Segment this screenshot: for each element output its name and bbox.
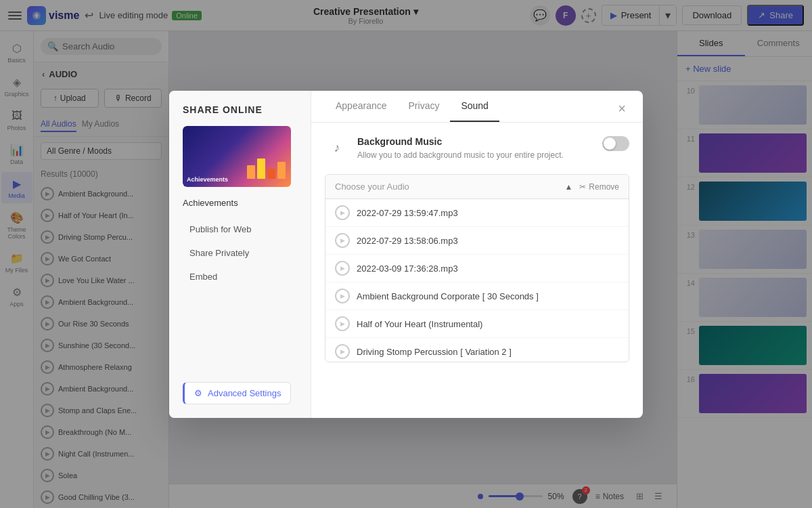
modal-nav-share-privately[interactable]: Share Privately (183, 242, 297, 263)
bg-music-desc: Allow you to add background music to you… (357, 150, 594, 161)
remove-button[interactable]: ✂ Remove (579, 182, 619, 192)
modal-content: ♪ Background Music Allow you to add back… (311, 123, 643, 418)
option-name: Half of Your Heart (Instrumental) (357, 319, 482, 329)
music-note-icon: ♪ (325, 136, 349, 161)
audio-option-item[interactable]: ▶ 2022-07-29 13:59:47.mp3 (325, 199, 629, 227)
option-name: 2022-03-09 17:36:28.mp3 (357, 263, 458, 274)
toggle-knob (604, 137, 616, 150)
option-play-icon[interactable]: ▶ (335, 261, 350, 276)
tab-privacy[interactable]: Privacy (398, 91, 451, 122)
dropdown-icons: ▲ ✂ Remove (564, 182, 619, 192)
background-music-row: ♪ Background Music Allow you to add back… (325, 136, 629, 161)
modal-inner: SHARE ONLINE Achievements Achievements (169, 91, 643, 418)
preview-bars (247, 158, 286, 179)
option-play-icon[interactable]: ▶ (335, 233, 350, 248)
tab-appearance[interactable]: Appearance (325, 91, 398, 122)
close-modal-button[interactable]: × (612, 99, 632, 119)
modal-nav: Publish for Web Share Privately Embed (183, 219, 297, 287)
audio-dropdown: Choose your Audio ▲ ✂ Remove ▶ 2022-07-2… (325, 174, 629, 362)
advanced-settings-button[interactable]: ⚙ Advanced Settings (183, 382, 291, 404)
modal-title: SHARE ONLINE (183, 104, 297, 115)
choose-audio-placeholder: Choose your Audio (335, 182, 409, 192)
audio-options-list: ▶ 2022-07-29 13:59:47.mp3 ▶ 2022-07-29 1… (325, 199, 629, 362)
option-name: Ambient Background Corporate [ 30 Second… (357, 291, 539, 301)
option-name: 2022-07-29 13:59:47.mp3 (357, 208, 458, 218)
modal-left-panel: SHARE ONLINE Achievements Achievements (169, 91, 311, 418)
modal-nav-publish[interactable]: Publish for Web (183, 219, 297, 240)
preview-title-text: Achievements (187, 176, 228, 183)
audio-option-item[interactable]: ▶ Driving Stomp Percussion [ Variation 2… (325, 338, 629, 362)
modal-preview: Achievements (183, 126, 297, 187)
bg-music-info: Background Music Allow you to add backgr… (357, 136, 594, 161)
tab-sound[interactable]: Sound (450, 91, 499, 122)
share-online-modal: × SHARE ONLINE Achievements (169, 91, 643, 418)
bg-music-title: Background Music (357, 136, 594, 147)
chevron-up-icon[interactable]: ▲ (564, 182, 572, 192)
option-name: 2022-07-29 13:58:06.mp3 (357, 236, 458, 246)
audio-option-item[interactable]: ▶ Half of Your Heart (Instrumental) (325, 310, 629, 338)
modal-right-panel: Appearance Privacy Sound ♪ Background Mu… (311, 91, 643, 418)
scissors-icon: ✂ (579, 182, 586, 192)
modal-nav-embed[interactable]: Embed (183, 266, 297, 287)
bg-music-toggle[interactable] (602, 136, 629, 151)
option-name: Driving Stomp Percussion [ Variation 2 ] (357, 347, 512, 357)
option-play-icon[interactable]: ▶ (335, 289, 350, 303)
audio-option-item[interactable]: ▶ 2022-03-09 17:36:28.mp3 (325, 255, 629, 282)
preview-image: Achievements (183, 126, 291, 187)
modal-tabs: Appearance Privacy Sound (311, 91, 643, 123)
audio-dropdown-header[interactable]: Choose your Audio ▲ ✂ Remove (325, 175, 629, 199)
audio-option-item[interactable]: ▶ 2022-07-29 13:58:06.mp3 (325, 227, 629, 255)
option-play-icon[interactable]: ▶ (335, 205, 350, 220)
option-play-icon[interactable]: ▶ (335, 344, 350, 359)
option-play-icon[interactable]: ▶ (335, 316, 350, 331)
settings-icon: ⚙ (194, 388, 202, 398)
modal-overlay[interactable]: × SHARE ONLINE Achievements (0, 0, 812, 508)
modal-doc-name: Achievements (183, 198, 297, 208)
audio-option-item[interactable]: ▶ Ambient Background Corporate [ 30 Seco… (325, 282, 629, 310)
